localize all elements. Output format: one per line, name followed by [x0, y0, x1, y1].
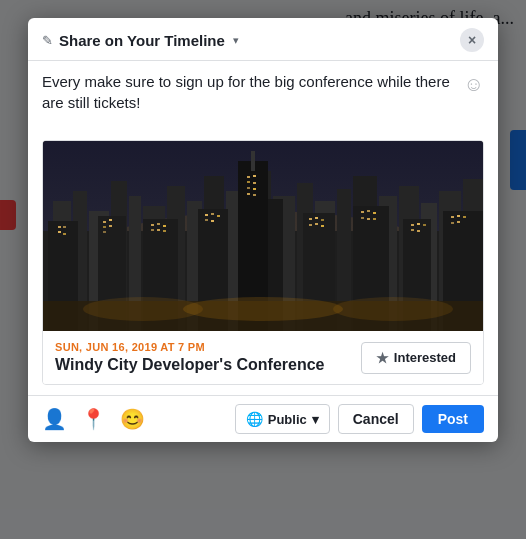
cancel-button[interactable]: Cancel — [338, 404, 414, 434]
city-skyline-svg — [43, 141, 483, 331]
svg-rect-66 — [309, 224, 312, 226]
svg-rect-62 — [253, 194, 256, 196]
modal-header-left: ✎ Share on Your Timeline ▾ — [42, 32, 239, 49]
svg-rect-41 — [103, 226, 106, 228]
modal-footer: 👤 📍 😊 🌐 Public ▾ Cancel Post — [28, 395, 498, 442]
interested-label: Interested — [394, 350, 456, 365]
dropdown-arrow-icon[interactable]: ▾ — [233, 34, 239, 47]
star-icon: ★ — [376, 350, 389, 366]
svg-rect-42 — [109, 225, 112, 227]
svg-rect-65 — [321, 219, 324, 221]
svg-rect-75 — [411, 224, 414, 226]
svg-rect-43 — [103, 231, 106, 233]
svg-rect-60 — [253, 188, 256, 190]
svg-rect-57 — [247, 181, 250, 183]
svg-rect-61 — [247, 193, 250, 195]
event-details: SUN, JUN 16, 2019 AT 7 PM Windy City Dev… — [55, 341, 361, 374]
footer-icons: 👤 📍 😊 — [42, 407, 145, 431]
edit-icon: ✎ — [42, 33, 53, 48]
audience-label: Public — [268, 412, 307, 427]
svg-rect-35 — [58, 226, 61, 228]
svg-rect-48 — [157, 229, 160, 231]
emoji-icon[interactable]: ☺ — [464, 73, 484, 96]
svg-rect-82 — [463, 216, 466, 218]
svg-rect-53 — [205, 219, 208, 221]
svg-rect-51 — [211, 213, 214, 215]
svg-rect-36 — [63, 226, 66, 228]
modal-title: Share on Your Timeline — [59, 32, 225, 49]
svg-rect-52 — [217, 215, 220, 217]
globe-icon: 🌐 — [246, 411, 263, 427]
svg-rect-69 — [361, 211, 364, 213]
post-button[interactable]: Post — [422, 405, 484, 433]
svg-rect-72 — [361, 217, 364, 219]
location-icon[interactable]: 📍 — [81, 407, 106, 431]
audience-dropdown-icon: ▾ — [312, 412, 319, 427]
svg-rect-40 — [109, 219, 112, 221]
event-image — [43, 141, 483, 331]
svg-rect-83 — [451, 222, 454, 224]
share-modal: ✎ Share on Your Timeline ▾ × ☺ — [28, 18, 498, 442]
svg-rect-78 — [411, 229, 414, 231]
svg-rect-73 — [367, 218, 370, 220]
svg-rect-74 — [373, 218, 376, 220]
interested-button[interactable]: ★ Interested — [361, 342, 471, 374]
svg-rect-67 — [315, 223, 318, 225]
svg-rect-70 — [367, 210, 370, 212]
event-name: Windy City Developer's Conference — [55, 356, 361, 374]
modal-header: ✎ Share on Your Timeline ▾ × — [28, 18, 498, 61]
svg-rect-46 — [163, 225, 166, 227]
svg-rect-34 — [251, 151, 255, 171]
post-textarea[interactable] — [42, 71, 456, 134]
svg-point-88 — [333, 297, 453, 321]
svg-rect-56 — [253, 175, 256, 177]
footer-actions: 🌐 Public ▾ Cancel Post — [235, 404, 484, 434]
feeling-icon[interactable]: 😊 — [120, 407, 145, 431]
tag-people-icon[interactable]: 👤 — [42, 407, 67, 431]
event-info: SUN, JUN 16, 2019 AT 7 PM Windy City Dev… — [43, 331, 483, 384]
svg-rect-81 — [457, 215, 460, 217]
event-date: SUN, JUN 16, 2019 AT 7 PM — [55, 341, 361, 353]
audience-button[interactable]: 🌐 Public ▾ — [235, 404, 330, 434]
textarea-area: ☺ — [28, 61, 498, 140]
svg-rect-59 — [247, 187, 250, 189]
svg-rect-79 — [417, 230, 420, 232]
svg-rect-58 — [253, 182, 256, 184]
svg-rect-49 — [163, 230, 166, 232]
svg-rect-54 — [211, 220, 214, 222]
svg-rect-63 — [309, 218, 312, 220]
svg-rect-80 — [451, 216, 454, 218]
svg-rect-47 — [151, 229, 154, 231]
svg-rect-77 — [423, 224, 426, 226]
svg-rect-39 — [103, 221, 106, 223]
svg-rect-68 — [321, 225, 324, 227]
svg-rect-84 — [457, 221, 460, 223]
svg-rect-44 — [151, 224, 154, 226]
svg-rect-64 — [315, 217, 318, 219]
svg-rect-50 — [205, 214, 208, 216]
svg-rect-45 — [157, 223, 160, 225]
svg-rect-38 — [63, 233, 66, 235]
svg-rect-55 — [247, 176, 250, 178]
close-button[interactable]: × — [460, 28, 484, 52]
svg-rect-71 — [373, 212, 376, 214]
svg-rect-37 — [58, 231, 61, 233]
svg-point-87 — [183, 297, 343, 321]
svg-rect-76 — [417, 223, 420, 225]
event-card: SUN, JUN 16, 2019 AT 7 PM Windy City Dev… — [42, 140, 484, 385]
